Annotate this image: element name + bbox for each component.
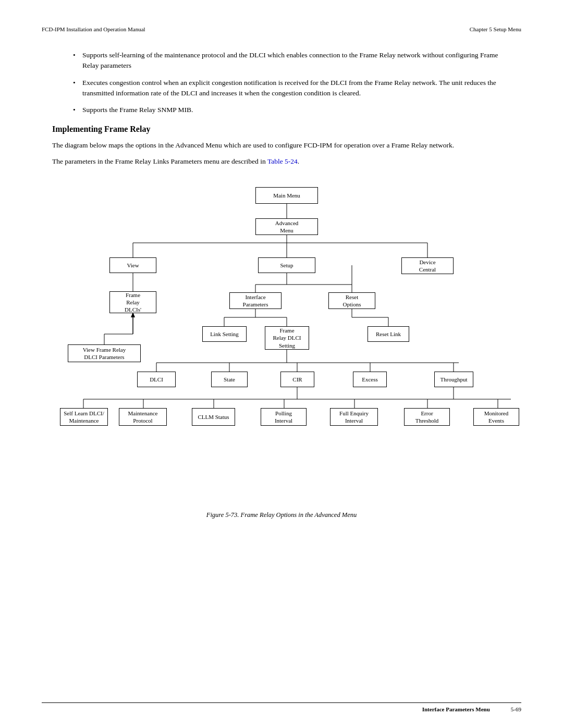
box-maintenance-protocol: Maintenance Protocol	[119, 408, 167, 426]
box-view-frame-relay: View Frame Relay DLCI Parameters	[68, 344, 141, 362]
diagram-caption: Figure 5-73. Frame Relay Options in the …	[52, 511, 511, 519]
section-title: Implementing Frame Relay	[52, 125, 511, 134]
table-link[interactable]: Table 5-24	[267, 157, 298, 165]
box-frame-relay-dlci-setting: Frame Relay DLCI Setting	[265, 326, 309, 350]
box-reset-link: Reset Link	[368, 326, 409, 342]
box-error-threshold: Error Threshold	[404, 408, 450, 426]
body-text-2: The parameters in the Frame Relay Links …	[52, 156, 511, 167]
box-polling-interval: Polling Interval	[261, 408, 307, 426]
page-content: Supports self-learning of the maintenanc…	[42, 50, 521, 519]
page-header: FCD-IPM Installation and Operation Manua…	[42, 26, 521, 34]
box-interface-parameters: Interface Parameters	[229, 292, 282, 309]
bullet-item-3: Supports the Frame Relay SNMP MIB.	[73, 105, 511, 115]
box-view: View	[109, 257, 156, 273]
box-reset-options: Reset Options	[328, 292, 375, 309]
body-text-2-prefix: The parameters in the Frame Relay Links …	[52, 157, 266, 165]
bullet-item-2: Executes congestion control when an expl…	[73, 78, 511, 99]
box-advanced-menu: Advanced Menu	[255, 218, 318, 235]
box-monitored-events: Monitored Events	[473, 408, 519, 426]
header-left: FCD-IPM Installation and Operation Manua…	[42, 26, 145, 32]
box-throughput: Throughput	[434, 372, 473, 387]
box-cir: CIR	[280, 372, 314, 387]
box-self-learn: Self Learn DLCI/ Maintenance	[60, 408, 108, 426]
footer-right: Interface Parameters Menu 5-69	[422, 706, 521, 712]
bullet-list: Supports self-learning of the maintenanc…	[73, 50, 511, 115]
box-state: State	[211, 372, 248, 387]
footer-page: 5-69	[511, 706, 521, 712]
body-text-1: The diagram below maps the options in th…	[52, 140, 511, 151]
box-device-central: Device Central	[401, 257, 454, 274]
box-cllm-status: CLLM Status	[192, 408, 235, 426]
box-dlci: DLCI	[137, 372, 176, 387]
box-main-menu: Main Menu	[255, 187, 318, 204]
box-excess: Excess	[353, 372, 387, 387]
box-full-enquiry-interval: Full Enquiry Interval	[330, 408, 378, 426]
footer-label: Interface Parameters Menu	[422, 706, 490, 712]
box-setup: Setup	[258, 257, 315, 273]
diagram-container: Main Menu Advanced Menu View Setup Devic…	[52, 183, 521, 506]
page-footer: Interface Parameters Menu 5-69	[42, 702, 521, 712]
page: FCD-IPM Installation and Operation Manua…	[0, 0, 563, 728]
box-link-setting: Link Setting	[202, 326, 247, 342]
bullet-item-1: Supports self-learning of the maintenanc…	[73, 50, 511, 71]
box-frame-relay-dlcis: Frame Relay DLCIs'	[109, 291, 156, 313]
body-text-2-suffix: .	[298, 157, 299, 165]
header-right: Chapter 5 Setup Menu	[470, 26, 521, 32]
